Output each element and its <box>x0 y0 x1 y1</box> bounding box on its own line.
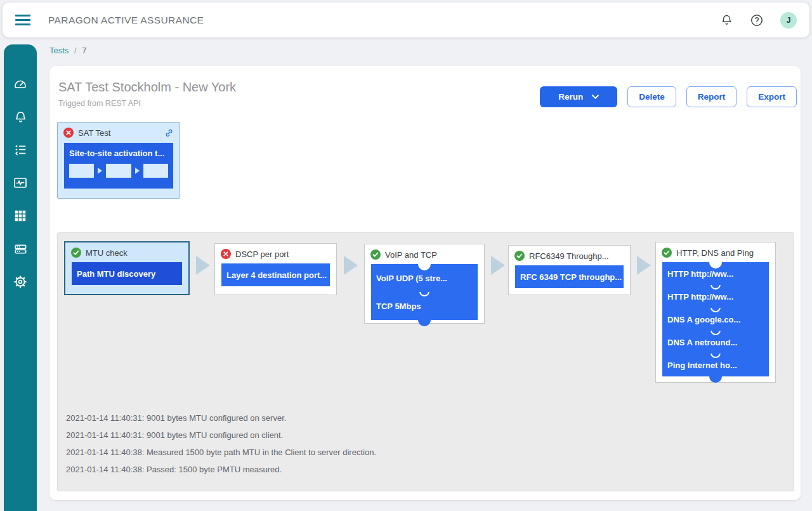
step-header: DSCP per port <box>215 244 336 263</box>
step-title: RFC6349 Throughp... <box>529 251 609 261</box>
breadcrumb-current: 7 <box>82 46 86 55</box>
test-steps-panel: MTU checkPath MTU discoveryDSCP per port… <box>57 232 794 491</box>
link-icon[interactable] <box>164 128 174 138</box>
check-circle-icon <box>662 248 672 258</box>
puzzle-cup-icon <box>710 354 721 358</box>
x-circle-icon <box>63 128 74 138</box>
test-block[interactable]: DNS A netround... <box>662 331 769 354</box>
delete-button[interactable]: Delete <box>627 86 676 107</box>
puzzle-bump-icon <box>709 376 722 383</box>
step-title: VoIP and TCP <box>385 250 437 260</box>
log-line: 2021-01-14 11:40:31: 9001 bytes MTU conf… <box>66 409 376 427</box>
test-block-label: Path MTU discovery <box>77 269 155 279</box>
test-block[interactable]: Layer 4 destination port... <box>221 263 330 286</box>
log-line: 2021-01-14 11:40:31: 9001 bytes MTU conf… <box>66 427 376 444</box>
step-title: MTU check <box>86 248 128 258</box>
step-header: VoIP and TCP <box>365 244 484 264</box>
step-header: RFC6349 Throughp... <box>509 246 630 265</box>
hamburger-menu-icon[interactable] <box>15 15 30 25</box>
test-block-label: HTTP http://ww... <box>667 269 733 279</box>
sat-test-header: SAT Test <box>58 123 180 140</box>
flow-arrow-icon <box>344 256 358 275</box>
sat-test-title: SAT Test <box>78 128 110 138</box>
sidebar-item-monitoring-icon[interactable] <box>13 175 28 190</box>
step-card[interactable]: MTU checkPath MTU discovery <box>64 241 190 295</box>
test-block-label: DNS A google.co... <box>667 315 740 324</box>
test-block-label: HTTP http://ww... <box>667 292 733 302</box>
test-block[interactable]: Path MTU discovery <box>72 262 182 285</box>
test-detail-card: SAT Test Stockholm - New York Trigged fr… <box>49 66 801 500</box>
action-buttons: Rerun Delete Report Export <box>540 86 797 107</box>
breadcrumb-separator: / <box>74 46 77 55</box>
mini-arrow-icon <box>98 168 102 174</box>
test-block[interactable]: DNS A google.co... <box>662 308 769 331</box>
test-block-label: DNS A netround... <box>667 338 737 347</box>
log-line: 2021-01-14 11:40:38: Passed: 1500 byte P… <box>66 461 376 478</box>
step-card[interactable]: RFC6349 Throughp...RFC 6349 TCP throughp… <box>508 245 631 295</box>
sat-test-card[interactable]: SAT Test Site-to-site activation t... <box>57 122 180 199</box>
sidebar-item-alarms-bell-icon[interactable] <box>13 109 28 124</box>
report-button[interactable]: Report <box>686 86 737 107</box>
mini-block <box>69 164 94 178</box>
step-title: DSCP per port <box>235 249 289 259</box>
puzzle-cup-icon <box>710 285 721 289</box>
puzzle-cup-icon <box>710 308 721 312</box>
test-block-label: Layer 4 destination port... <box>226 270 327 280</box>
export-button[interactable]: Export <box>747 86 797 107</box>
test-block-label: RFC 6349 TCP throughp... <box>520 272 622 282</box>
sat-test-block[interactable]: Site-to-site activation t... <box>64 143 173 189</box>
rerun-button[interactable]: Rerun <box>540 86 617 107</box>
mini-arrow-icon <box>135 168 140 174</box>
test-log: 2021-01-14 11:40:31: 9001 bytes MTU conf… <box>66 409 376 478</box>
flow-arrow-icon <box>637 256 651 275</box>
step-card[interactable]: DSCP per portLayer 4 destination port... <box>214 243 337 295</box>
step-card[interactable]: HTTP, DNS and PingHTTP http://ww...HTTP … <box>655 242 776 383</box>
test-block[interactable]: Ping Internet ho... <box>662 354 769 376</box>
puzzle-cup-icon <box>419 292 429 296</box>
log-line: 2021-01-14 11:40:38: Measured 1500 byte … <box>66 444 376 461</box>
check-circle-icon <box>370 249 381 260</box>
check-circle-icon <box>514 251 525 261</box>
step-card[interactable]: VoIP and TCPVoIP UDP (5 stre...TCP 5Mbps <box>364 244 485 324</box>
sidebar-item-settings-gear-icon[interactable] <box>13 274 28 289</box>
test-block-label: TCP 5Mbps <box>376 302 421 311</box>
test-block[interactable]: TCP 5Mbps <box>371 292 478 320</box>
mini-block <box>106 164 131 178</box>
rerun-button-label: Rerun <box>558 92 583 102</box>
chevron-down-icon <box>592 95 599 99</box>
sat-test-block-label: Site-to-site activation t... <box>69 149 168 158</box>
test-block-label: Ping Internet ho... <box>667 361 737 370</box>
top-bar: PARAGON ACTIVE ASSURANCE J <box>3 3 809 37</box>
puzzle-cup-icon <box>710 331 721 335</box>
mini-block <box>143 164 168 178</box>
sidebar-nav <box>4 44 37 511</box>
page-title: SAT Test Stockholm - New York <box>58 80 236 95</box>
notifications-bell-icon[interactable] <box>719 13 733 27</box>
mini-flow <box>69 164 168 178</box>
step-header: HTTP, DNS and Ping <box>656 242 775 262</box>
x-circle-icon <box>221 249 231 259</box>
user-avatar[interactable]: J <box>780 12 797 29</box>
app-title: PARAGON ACTIVE ASSURANCE <box>48 15 204 26</box>
page-subtitle: Trigged from REST API <box>58 99 141 108</box>
step-header: MTU check <box>65 242 188 262</box>
test-block-label: VoIP UDP (5 stre... <box>376 274 447 283</box>
puzzle-bump-icon <box>418 320 431 326</box>
sidebar-item-tests-list-icon[interactable] <box>13 142 28 157</box>
flow-arrow-icon <box>196 256 210 275</box>
step-title: HTTP, DNS and Ping <box>676 248 754 258</box>
sidebar-item-dashboard-gauge-icon[interactable] <box>13 76 28 91</box>
check-circle-icon <box>71 248 81 258</box>
breadcrumb-tests-link[interactable]: Tests <box>49 46 69 55</box>
sidebar-item-agents-servers-icon[interactable] <box>13 241 28 256</box>
help-icon[interactable] <box>750 13 764 27</box>
test-block[interactable]: HTTP http://ww... <box>662 285 769 308</box>
flow-arrow-icon <box>491 256 505 275</box>
test-block[interactable]: RFC 6349 TCP throughp... <box>515 265 624 288</box>
sidebar-item-apps-grid-icon[interactable] <box>13 208 28 223</box>
breadcrumb: Tests / 7 <box>49 46 86 55</box>
